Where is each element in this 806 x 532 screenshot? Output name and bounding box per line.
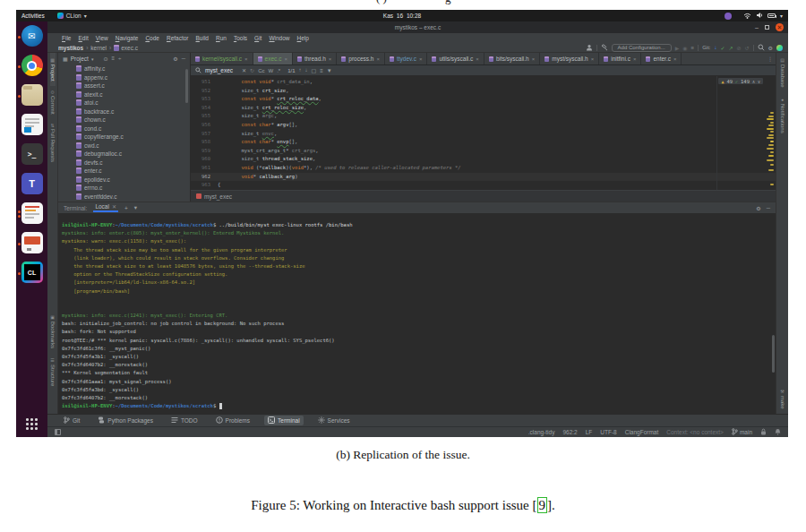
search-option--[interactable]: .* <box>277 68 280 73</box>
hide-panel-icon[interactable]: ─ <box>767 205 770 211</box>
gear-icon[interactable]: ⚙ <box>173 56 177 62</box>
menu-item-tools[interactable]: Tools <box>230 35 251 41</box>
menu-item-build[interactable]: Build <box>193 35 212 41</box>
gear-icon[interactable]: ⚙ <box>756 205 760 211</box>
citation-link[interactable]: 9 <box>537 497 548 513</box>
project-file-devfs-c[interactable]: devfs.c <box>58 159 190 167</box>
project-file-atoi-c[interactable]: atoi.c <box>58 99 190 107</box>
notifications-bell-icon[interactable] <box>775 428 781 436</box>
toolwindow-stripe-pull-requests[interactable]: ⇄Pull Requests <box>50 119 56 167</box>
editor-tab-process-h[interactable]: process.h× <box>337 53 385 64</box>
close-tab-icon[interactable]: × <box>673 56 677 62</box>
code-line[interactable]: 957 size_t envc, <box>191 130 776 139</box>
editor-tab-ttydev-c[interactable]: ttydev.c× <box>385 53 427 64</box>
new-terminal-icon[interactable]: + <box>124 205 128 211</box>
project-file-backtrace-c[interactable]: backtrace.c <box>58 107 190 116</box>
git-branch-widget[interactable]: main <box>732 428 752 436</box>
git-update-icon[interactable]: ↓ <box>714 45 716 50</box>
code-line[interactable]: 959 myst_crt_args_t* crt_args, <box>191 147 776 156</box>
terminal-scrollbar[interactable] <box>772 335 775 373</box>
code-line[interactable]: 956 const char* argv[], <box>191 121 776 130</box>
dock-item-thunderbird[interactable]: ✉ <box>16 25 47 48</box>
maximize-button[interactable] <box>765 25 769 30</box>
git-push-icon[interactable]: ↗ <box>729 45 733 51</box>
code-line[interactable]: 958 const char* envp[], <box>191 138 776 147</box>
collapse-all-icon[interactable]: ÷ <box>118 56 121 62</box>
close-icon[interactable]: ✕ <box>112 203 116 210</box>
menu-item-refactor[interactable]: Refactor <box>163 35 193 41</box>
user-icon[interactable] <box>586 44 593 52</box>
search-history-icon[interactable]: ↻ <box>250 67 254 73</box>
window-title-bar[interactable]: mystikos – exec.c – ✕ <box>47 21 788 33</box>
toolwindow-button-python-packages[interactable]: Python Packages <box>94 416 157 425</box>
toolwindow-stripe-structure[interactable]: ☰Structure <box>50 353 56 390</box>
toolwindow-button-services[interactable]: Services <box>314 416 354 425</box>
hide-panel-icon[interactable]: ─ <box>182 56 185 62</box>
dock-item-impress[interactable] <box>16 232 47 255</box>
tray-icon[interactable] <box>725 13 732 20</box>
project-file-atexit-c[interactable]: atexit.c <box>58 90 190 99</box>
editor-tab-initfini-c[interactable]: initfini.c× <box>599 53 641 64</box>
project-file-affinity-c[interactable]: affinity.c <box>58 64 190 73</box>
toolwindow-stripe-commit[interactable]: ⊙Commit <box>50 86 56 119</box>
add-configuration-button[interactable]: Add Configuration... <box>612 44 672 52</box>
toolwindow-stripe-bookmarks[interactable]: ▣Bookmarks <box>50 310 56 353</box>
locate-file-icon[interactable]: ⊙ <box>103 56 107 62</box>
dock-item-teams[interactable]: T <box>16 173 47 196</box>
select-all-matches-icon[interactable]: ▢ <box>312 67 317 73</box>
dock-item-terminal[interactable]: >_ <box>16 143 47 167</box>
settings-gear-icon[interactable]: ⚙ <box>768 45 773 51</box>
menu-item-file[interactable]: File <box>58 35 75 41</box>
dock-item-clion[interactable]: CL <box>16 262 47 285</box>
search-option-cc[interactable]: Cc <box>258 68 264 73</box>
project-scrollbar[interactable] <box>185 69 188 103</box>
status-item-clangformat[interactable]: ClangFormat <box>625 429 659 435</box>
terminal-tab-local[interactable]: Local ✕ <box>93 203 118 212</box>
next-match-icon[interactable]: ↓ <box>305 67 308 73</box>
menu-item-window[interactable]: Window <box>265 35 293 41</box>
chevron-down-icon[interactable]: ▾ <box>134 204 137 211</box>
status-item-utf-8[interactable]: UTF-8 <box>600 429 616 435</box>
breadcrumb-item-kernel[interactable]: kernel <box>90 45 107 51</box>
code-line[interactable]: 955 size_t argc, <box>191 112 776 121</box>
find-in-selection-icon[interactable]: ≡ <box>320 68 323 73</box>
editor-tab-kernel-syscall-c[interactable]: kernel/syscall.c× <box>191 53 253 64</box>
close-button[interactable]: ✕ <box>776 23 784 31</box>
toolwindow-toggle-icon[interactable] <box>55 429 61 435</box>
code-line[interactable]: 951 const void* crt_data_in, <box>191 78 776 87</box>
code-line[interactable]: 952 size_t crt_size, <box>191 87 776 96</box>
close-tab-icon[interactable]: × <box>244 56 248 62</box>
search-option-w[interactable]: W <box>268 68 273 73</box>
code-editor[interactable]: ▲ 49 ✓ 149 ∧ ∨ 951 const void* crt_data_… <box>191 76 776 190</box>
menu-item-edit[interactable]: Edit <box>75 35 92 41</box>
toolwindow-stripe-notifications[interactable]: ●Notifications <box>780 92 785 138</box>
close-tab-icon[interactable]: × <box>532 56 536 62</box>
project-file-eventfddev-c[interactable]: eventfddev.c <box>58 193 190 202</box>
toolwindow-button-git[interactable]: Git <box>60 416 83 425</box>
menu-item-code[interactable]: Code <box>141 35 163 41</box>
code-line[interactable]: 961 void (*callback)(void*), /* used to … <box>191 164 776 173</box>
code-line[interactable]: 953 const void* crt_reloc_data, <box>191 95 776 104</box>
editor-tab-bits-syscall-h[interactable]: bits/syscall.h× <box>484 53 540 64</box>
system-tray[interactable]: ▾ <box>725 12 783 20</box>
git-commit-icon[interactable]: ✓ <box>720 45 725 51</box>
minimize-button[interactable]: – <box>755 25 759 30</box>
debug-icon[interactable]: ◉ <box>682 45 687 51</box>
build-hammer-icon[interactable] <box>601 44 608 52</box>
git-rollback-icon[interactable]: ↺ <box>745 45 750 51</box>
project-file-cond-c[interactable]: cond.c <box>58 124 190 133</box>
breadcrumb-item-mystikos[interactable]: mystikos <box>58 45 83 51</box>
current-function-breadcrumb[interactable]: myst_exec <box>204 193 232 200</box>
project-file-errno-c[interactable]: errno.c <box>58 184 190 193</box>
menu-item-view[interactable]: View <box>92 35 112 41</box>
toolwindow-stripe-database[interactable]: ▤Database <box>780 53 785 92</box>
project-file-epolldev-c[interactable]: epolldev.c <box>58 176 190 184</box>
close-tab-icon[interactable]: × <box>633 56 637 62</box>
stop-icon[interactable]: ■ <box>691 45 695 50</box>
editor-tab-thread-h[interactable]: thread.h× <box>293 53 337 64</box>
show-applications-button[interactable] <box>26 418 38 430</box>
editor-tab-exec-c[interactable]: exec.c× <box>253 53 293 64</box>
dock-item-writer[interactable] <box>16 114 47 137</box>
status-item-lf[interactable]: LF <box>586 429 593 435</box>
code-line[interactable]: 963{ <box>191 181 776 190</box>
